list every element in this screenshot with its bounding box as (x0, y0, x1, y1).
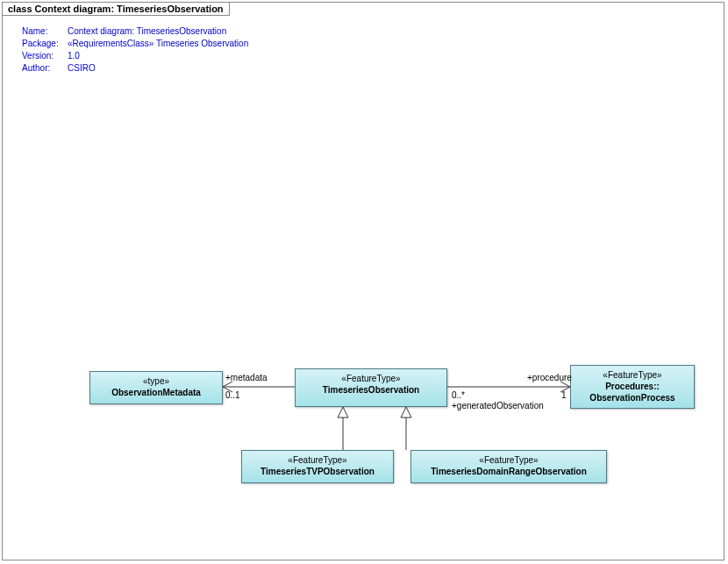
assoc-generated-obs-mult: 0..* (452, 390, 465, 400)
class-observation-process[interactable]: «FeatureType» Procedures:: ObservationPr… (570, 365, 695, 409)
stereotype-label: «FeatureType» (301, 373, 441, 384)
meta-version-value: 1.0 (68, 50, 80, 62)
meta-version-label: Version: (22, 50, 68, 62)
stereotype-label: «FeatureType» (576, 369, 689, 381)
class-name: TimeseriesTVPObservation (247, 466, 388, 477)
diagram-title-text: Context diagram: TimeseriesObservation (35, 4, 224, 14)
svg-marker-5 (401, 407, 411, 418)
diagram-metadata-block: Name: Context diagram: TimeseriesObserva… (22, 25, 248, 75)
class-name: Procedures:: ObservationProcess (576, 381, 689, 403)
meta-author-value: CSIRO (68, 62, 96, 75)
assoc-generated-obs-role: +generatedObservation (452, 401, 544, 411)
class-timeseries-tvp-observation[interactable]: «FeatureType» TimeseriesTVPObservation (241, 450, 394, 483)
class-timeseries-observation[interactable]: «FeatureType» TimeseriesObservation (295, 368, 447, 407)
class-observation-metadata[interactable]: «type» ObservationMetadata (89, 371, 223, 404)
meta-author-label: Author: (22, 62, 68, 75)
diagram-title-tab: class Context diagram: TimeseriesObserva… (2, 2, 230, 16)
stereotype-label: «FeatureType» (417, 454, 601, 466)
class-name: ObservationMetadata (96, 387, 217, 398)
class-timeseries-domain-range-observation[interactable]: «FeatureType» TimeseriesDomainRangeObser… (410, 450, 607, 483)
class-name: TimeseriesObservation (301, 384, 441, 396)
diagram-title-prefix: class (8, 4, 35, 14)
assoc-metadata-mult: 0..1 (225, 390, 240, 400)
meta-package-value: «RequirementsClass» Timeseries Observati… (68, 38, 248, 50)
assoc-metadata-role: +metadata (225, 373, 268, 382)
stereotype-label: «type» (96, 375, 217, 387)
stereotype-label: «FeatureType» (247, 454, 388, 466)
diagram-frame: class Context diagram: TimeseriesObserva… (2, 2, 724, 560)
assoc-procedure-role: +procedure (527, 373, 572, 382)
meta-name-label: Name: (22, 25, 68, 38)
meta-name-value: Context diagram: TimeseriesObservation (68, 25, 226, 38)
assoc-procedure-mult-right: 1 (561, 390, 567, 400)
class-name: TimeseriesDomainRangeObservation (417, 466, 601, 477)
meta-package-label: Package: (22, 38, 68, 50)
svg-marker-3 (338, 407, 348, 418)
